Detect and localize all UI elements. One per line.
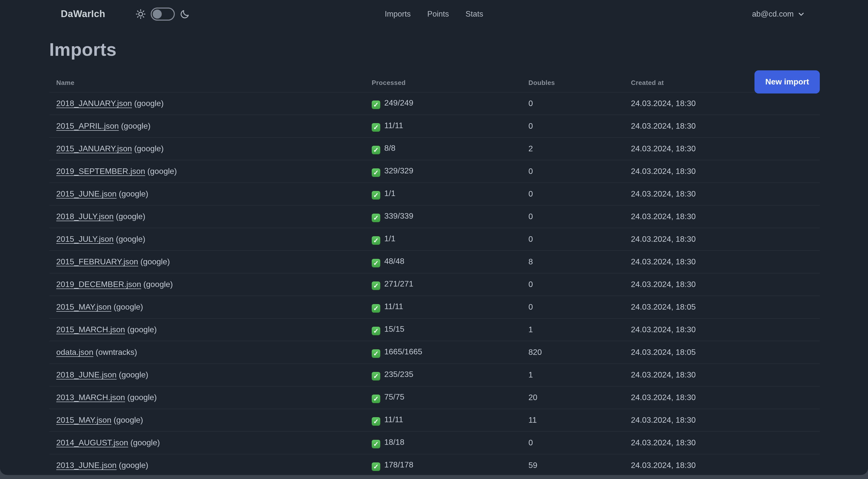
doubles-cell: 0 xyxy=(528,280,631,289)
import-file-link[interactable]: 2018_JUNE.json xyxy=(56,370,117,379)
table-row: 2018_JANUARY.json (google)✓249/249024.03… xyxy=(49,92,820,115)
import-name-cell: 2015_MAY.json (google) xyxy=(56,416,372,425)
processed-count: 1/1 xyxy=(384,189,396,197)
import-file-link[interactable]: 2019_DECEMBER.json xyxy=(56,280,141,289)
import-file-link[interactable]: 2015_MAY.json xyxy=(56,303,111,311)
import-file-link[interactable]: 2013_JUNE.json xyxy=(56,461,117,470)
import-file-link[interactable]: 2015_JULY.json xyxy=(56,235,114,243)
created-at-cell: 24.03.2024, 18:30 xyxy=(631,189,820,199)
import-source-label: (google) xyxy=(125,325,157,334)
table-row: 2015_JULY.json (google)✓1/1024.03.2024, … xyxy=(49,228,820,251)
nav-link-imports[interactable]: Imports xyxy=(385,9,411,19)
created-at-cell: 24.03.2024, 18:30 xyxy=(631,167,820,176)
created-at-cell: 24.03.2024, 18:30 xyxy=(631,461,820,470)
check-icon: ✓ xyxy=(372,100,380,109)
import-file-link[interactable]: 2018_JULY.json xyxy=(56,212,114,221)
import-file-link[interactable]: 2013_MARCH.json xyxy=(56,393,125,401)
processed-cell: ✓249/249 xyxy=(372,98,528,109)
processed-count: 48/48 xyxy=(384,257,404,265)
processed-count: 15/15 xyxy=(384,324,404,333)
theme-toggle[interactable] xyxy=(151,7,175,21)
doubles-cell: 0 xyxy=(528,438,631,447)
processed-count: 18/18 xyxy=(384,438,404,446)
processed-count: 329/329 xyxy=(384,166,413,175)
import-file-link[interactable]: odata.json xyxy=(56,348,93,356)
check-icon: ✓ xyxy=(372,281,380,290)
processed-cell: ✓15/15 xyxy=(372,324,528,335)
processed-cell: ✓339/339 xyxy=(372,211,528,222)
check-icon: ✓ xyxy=(372,213,380,222)
nav-link-stats[interactable]: Stats xyxy=(465,9,483,19)
processed-count: 11/11 xyxy=(384,415,403,423)
doubles-cell: 820 xyxy=(528,348,631,357)
processed-cell: ✓271/271 xyxy=(372,279,528,290)
app-window: DaWarIch xyxy=(0,0,868,475)
table-row: 2015_MAY.json (google)✓11/111124.03.2024… xyxy=(49,409,820,432)
doubles-cell: 0 xyxy=(528,167,631,176)
check-icon: ✓ xyxy=(372,372,380,380)
created-at-cell: 24.03.2024, 18:30 xyxy=(631,257,820,266)
new-import-button[interactable]: New import xyxy=(754,70,820,93)
processed-count: 1665/1665 xyxy=(384,347,422,356)
import-source-label: (google) xyxy=(141,280,173,289)
app-logo[interactable]: DaWarIch xyxy=(61,8,105,20)
import-file-link[interactable]: 2018_JANUARY.json xyxy=(56,99,132,108)
import-source-label: (google) xyxy=(111,303,143,311)
import-name-cell: 2015_JANUARY.json (google) xyxy=(56,144,372,153)
account-email: ab@cd.com xyxy=(752,9,794,19)
processed-cell: ✓75/75 xyxy=(372,392,528,403)
import-file-link[interactable]: 2019_SEPTEMBER.json xyxy=(56,167,145,175)
import-source-label: (google) xyxy=(138,257,170,266)
check-icon: ✓ xyxy=(372,236,380,244)
import-source-label: (google) xyxy=(114,212,145,221)
table-row: 2014_AUGUST.json (google)✓18/18024.03.20… xyxy=(49,432,820,454)
created-at-cell: 24.03.2024, 18:30 xyxy=(631,99,820,108)
import-source-label: (google) xyxy=(111,416,143,424)
check-icon: ✓ xyxy=(372,417,380,425)
import-source-label: (google) xyxy=(114,235,145,243)
import-file-link[interactable]: 2015_MARCH.json xyxy=(56,325,125,334)
processed-count: 178/178 xyxy=(384,460,413,469)
check-icon: ✓ xyxy=(372,191,380,199)
doubles-cell: 59 xyxy=(528,461,631,470)
import-source-label: (google) xyxy=(125,393,157,401)
processed-cell: ✓8/8 xyxy=(372,144,528,154)
import-file-link[interactable]: 2015_MAY.json xyxy=(56,416,111,424)
import-file-link[interactable]: 2015_JUNE.json xyxy=(56,189,117,198)
import-file-link[interactable]: 2014_AUGUST.json xyxy=(56,438,128,447)
table-row: 2013_JUNE.json (google)✓178/1785924.03.2… xyxy=(49,454,820,475)
import-source-label: (google) xyxy=(117,189,148,198)
processed-cell: ✓1/1 xyxy=(372,189,528,199)
processed-cell: ✓1/1 xyxy=(372,234,528,244)
created-at-cell: 24.03.2024, 18:30 xyxy=(631,212,820,221)
table-row: 2019_DECEMBER.json (google)✓271/271024.0… xyxy=(49,273,820,296)
column-header-doubles: Doubles xyxy=(528,79,631,86)
import-file-link[interactable]: 2015_JANUARY.json xyxy=(56,144,132,153)
processed-count: 11/11 xyxy=(384,121,403,129)
doubles-cell: 8 xyxy=(528,257,631,266)
import-source-label: (google) xyxy=(119,122,150,130)
import-name-cell: 2015_JULY.json (google) xyxy=(56,235,372,244)
table-row: 2018_JULY.json (google)✓339/339024.03.20… xyxy=(49,206,820,228)
processed-cell: ✓11/11 xyxy=(372,121,528,131)
processed-count: 75/75 xyxy=(384,392,404,401)
column-header-processed: Processed xyxy=(372,79,528,86)
doubles-cell: 0 xyxy=(528,99,631,108)
import-name-cell: 2015_APRIL.json (google) xyxy=(56,122,372,131)
processed-count: 8/8 xyxy=(384,144,396,152)
doubles-cell: 0 xyxy=(528,189,631,199)
table-row: odata.json (owntracks)✓1665/166582024.03… xyxy=(49,341,820,364)
table-row: 2013_MARCH.json (google)✓75/752024.03.20… xyxy=(49,387,820,409)
account-menu[interactable]: ab@cd.com xyxy=(752,0,805,28)
created-at-cell: 24.03.2024, 18:30 xyxy=(631,438,820,447)
doubles-cell: 0 xyxy=(528,303,631,311)
nav-link-points[interactable]: Points xyxy=(427,9,449,19)
import-name-cell: odata.json (owntracks) xyxy=(56,348,372,357)
import-file-link[interactable]: 2015_APRIL.json xyxy=(56,122,119,130)
import-name-cell: 2015_MARCH.json (google) xyxy=(56,325,372,334)
processed-cell: ✓11/11 xyxy=(372,415,528,425)
doubles-cell: 1 xyxy=(528,325,631,334)
doubles-cell: 0 xyxy=(528,235,631,244)
import-name-cell: 2018_JUNE.json (google) xyxy=(56,370,372,380)
import-file-link[interactable]: 2015_FEBRUARY.json xyxy=(56,257,138,266)
